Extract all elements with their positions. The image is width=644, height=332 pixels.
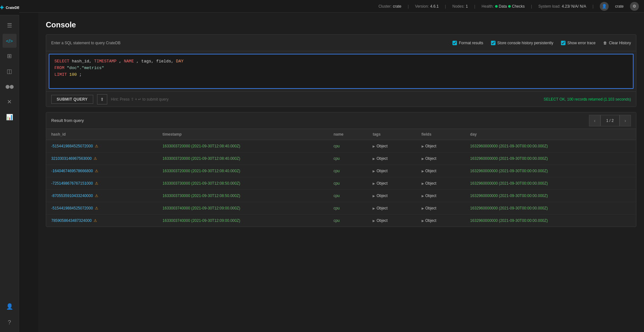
trash-icon: 🗑 (603, 41, 607, 45)
cell-fields[interactable]: ▶ Object (416, 190, 465, 202)
health-data-label: Data (499, 4, 507, 9)
logo-icon: ✦ (0, 4, 4, 11)
page-title: Console (46, 20, 636, 29)
submit-query-button[interactable]: SUBMIT QUERY (51, 95, 93, 104)
cell-tags[interactable]: ▶ Object (368, 140, 416, 152)
submit-bar: SUBMIT QUERY ⬆ Hint: Press ⇧ + ↵ to subm… (46, 91, 636, 107)
cell-day: 1632960000000 (2021-09-30T00:00:00.000Z) (465, 177, 636, 190)
format-results-option[interactable]: Format results (452, 41, 483, 45)
table-row: -1640467469578666800⚠1633003720000 (2021… (46, 165, 636, 177)
cell-hash-id: 7859058643487324000⚠ (46, 215, 158, 227)
cell-tags[interactable]: ▶ Object (368, 202, 416, 215)
cell-tags[interactable]: ▶ Object (368, 152, 416, 165)
cluster-info: Cluster: crate (378, 4, 401, 9)
store-history-label: Store console history persistently (497, 41, 553, 45)
sidebar: ✦ CrateDB ☰ </> ⊞ ◫ ⬤⬤ ✕ 📊 👤 ? (0, 0, 19, 332)
page-indicator: 1 / 2 (600, 115, 620, 126)
cell-timestamp: 1633003730000 (2021-09-30T12:08:50.000Z) (158, 190, 328, 202)
col-fields: fields (416, 129, 465, 140)
cell-hash-id: -7251498676767151000⚠ (46, 177, 158, 190)
cell-day: 1632960000000 (2021-09-30T00:00:00.000Z) (465, 140, 636, 152)
sidebar-item-users[interactable]: ⬤⬤ (3, 80, 17, 94)
user-avatar[interactable]: 👤 (600, 2, 609, 11)
views-icon: ◫ (7, 68, 12, 75)
cell-name: cpu (328, 140, 368, 152)
app-logo[interactable]: ✦ CrateDB (0, 0, 19, 15)
cell-fields[interactable]: ▶ Object (416, 152, 465, 165)
cell-name: cpu (328, 152, 368, 165)
show-error-trace-option[interactable]: Show error trace (561, 41, 596, 45)
next-page-button[interactable]: › (620, 115, 631, 126)
sidebar-item-account[interactable]: 👤 (3, 300, 17, 314)
results-table: hash_id timestamp name tags fields day -… (46, 129, 636, 227)
query-status: SELECT OK, 100 records returned (1.103 s… (543, 97, 631, 102)
cell-tags[interactable]: ▶ Object (368, 190, 416, 202)
cell-name: cpu (328, 190, 368, 202)
cell-hash-id: -1640467469578666800⚠ (46, 165, 158, 177)
table-row: 3210303146967563000⚠1633003720000 (2021-… (46, 152, 636, 165)
show-error-trace-label: Show error trace (567, 41, 596, 45)
cell-hash-id: -8705535910433240000⚠ (46, 190, 158, 202)
prev-page-button[interactable]: ‹ (589, 115, 600, 126)
cell-fields[interactable]: ▶ Object (416, 215, 465, 227)
cell-tags[interactable]: ▶ Object (368, 165, 416, 177)
nodes-value: 1 (466, 4, 468, 9)
users-icon: ⬤⬤ (5, 84, 14, 89)
tables-icon: ⊞ (7, 53, 12, 60)
cell-name: cpu (328, 215, 368, 227)
cell-tags[interactable]: ▶ Object (368, 215, 416, 227)
sysload-value: 4.23/ N/A/ N/A (562, 4, 586, 9)
sql-editor[interactable]: SELECT hash_id, TIMESTAMP , NAME , tags,… (49, 54, 634, 89)
col-timestamp: timestamp (158, 129, 328, 140)
table-row: -5154419884525072000⚠1633003740000 (2021… (46, 202, 636, 215)
store-history-option[interactable]: Store console history persistently (491, 41, 553, 45)
cell-timestamp: 1633003730000 (2021-09-30T12:08:50.000Z) (158, 177, 328, 190)
table-row: -7251498676767151000⚠1633003730000 (2021… (46, 177, 636, 190)
cluster-label: Cluster: (378, 4, 391, 9)
cell-timestamp: 1633003740000 (2021-09-30T12:09:00.000Z) (158, 215, 328, 227)
sidebar-item-docs[interactable]: ☰ (3, 18, 17, 32)
sidebar-item-help[interactable]: ? (3, 315, 17, 329)
health-checks-dot (508, 5, 511, 8)
col-tags: tags (368, 129, 416, 140)
format-results-checkbox[interactable] (452, 41, 457, 45)
help-icon: ? (8, 319, 11, 326)
cell-day: 1632960000000 (2021-09-30T00:00:00.000Z) (465, 190, 636, 202)
cell-timestamp: 1633003740000 (2021-09-30T12:09:00.000Z) (158, 202, 328, 215)
health-checks-label: Checks (512, 4, 525, 9)
show-error-trace-checkbox[interactable] (561, 41, 565, 45)
version-label: Version: (415, 4, 429, 9)
cell-tags[interactable]: ▶ Object (368, 177, 416, 190)
cell-hash-id: -5154419884525072000⚠ (46, 140, 158, 152)
table-row: -8705535910433240000⚠1633003730000 (2021… (46, 190, 636, 202)
health-data-dot (495, 5, 498, 8)
monitoring-icon: 📊 (6, 114, 13, 121)
cell-fields[interactable]: ▶ Object (416, 202, 465, 215)
console-icon: </> (6, 38, 13, 44)
cell-day: 1632960000000 (2021-09-30T00:00:00.000Z) (465, 215, 636, 227)
docs-icon: ☰ (7, 22, 12, 29)
cell-fields[interactable]: ▶ Object (416, 140, 465, 152)
export-button[interactable]: ⬆ (97, 94, 107, 104)
store-history-checkbox[interactable] (491, 41, 495, 45)
settings-button[interactable]: ⚙ (630, 2, 639, 11)
cell-fields[interactable]: ▶ Object (416, 177, 465, 190)
cell-day: 1632960000000 (2021-09-30T00:00:00.000Z) (465, 202, 636, 215)
sql-line-1: SELECT hash_id, TIMESTAMP , NAME , tags,… (54, 58, 628, 65)
sidebar-item-views[interactable]: ◫ (3, 64, 17, 78)
format-results-label: Format results (459, 41, 483, 45)
clear-history-button[interactable]: 🗑 Clear History (603, 41, 631, 45)
sidebar-item-monitoring[interactable]: 📊 (3, 110, 17, 124)
cell-fields[interactable]: ▶ Object (416, 165, 465, 177)
cell-day: 1632960000000 (2021-09-30T00:00:00.000Z) (465, 152, 636, 165)
sql-line-3: LIMIT 100 ; (54, 72, 628, 78)
sidebar-item-cluster[interactable]: ✕ (3, 95, 17, 109)
cell-timestamp: 1633003720000 (2021-09-30T12:08:40.000Z) (158, 140, 328, 152)
sidebar-item-console[interactable]: </> (3, 34, 17, 48)
gear-icon: ⚙ (633, 4, 636, 9)
sql-line-2: FROM "doc"."metrics" (54, 65, 628, 72)
sidebar-item-tables[interactable]: ⊞ (3, 49, 17, 63)
cell-name: cpu (328, 165, 368, 177)
results-title: Result from query (51, 118, 589, 123)
results-header: Result from query ‹ 1 / 2 › (46, 112, 636, 129)
